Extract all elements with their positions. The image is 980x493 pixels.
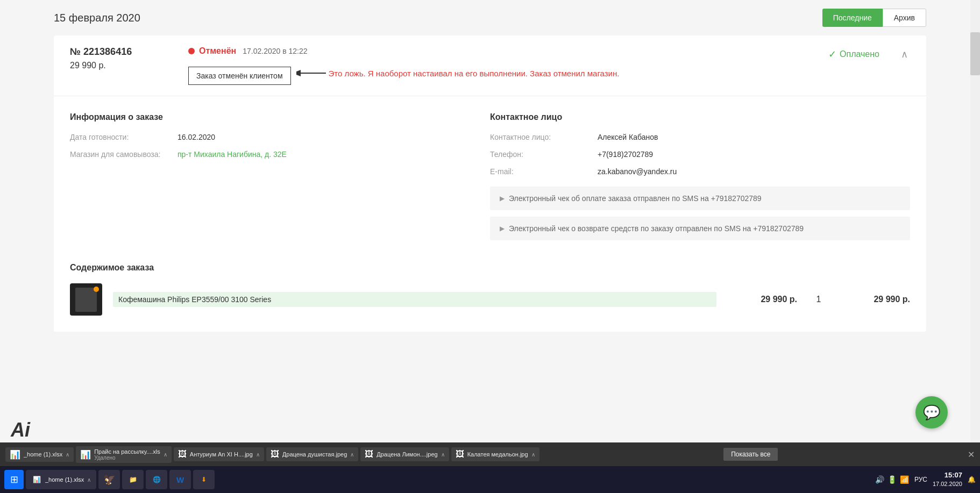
taskbar-item-2[interactable]: 🦅 [98, 470, 120, 489]
taskbar-item-1[interactable]: 📊 _home (1).xlsx ∧ [26, 470, 96, 489]
taskbar-time-main: 15:07 [933, 471, 962, 480]
taskbar-item-4[interactable]: 🌐 [146, 470, 167, 489]
collapse-button[interactable]: ∧ [899, 46, 910, 62]
receipt-text-1: Электронный чек об оплате заказа отправл… [509, 194, 762, 203]
product-qty: 1 [808, 295, 829, 304]
dl-item-info-4: Драцена душистая.jpeg [282, 451, 347, 458]
taskbar-word-icon: W [175, 474, 186, 485]
dl-item-name-4: Драцена душистая.jpeg [282, 451, 347, 458]
paid-block: ✓ Оплачено [828, 48, 879, 60]
status-text: Отменён [199, 46, 236, 56]
arrow-icon [296, 67, 329, 80]
taskbar-item-5[interactable]: W [169, 470, 191, 489]
volume-icon: 🔋 [887, 475, 897, 484]
info-value-store[interactable]: пр-т Михаила Нагибина, д. 32Е [177, 150, 287, 159]
top-bar: 15 февраля 2020 Последние Архив [0, 0, 980, 35]
info-section-title: Информация о заказе [70, 112, 490, 122]
order-card: № 221386416 29 990 р. Отменён 17.02.2020… [54, 35, 926, 332]
dl-jpg-icon-6: 🖼 [456, 449, 464, 459]
dl-item-4[interactable]: 🖼 Драцена душистая.jpeg ∧ [266, 447, 358, 461]
start-icon: ⊞ [10, 474, 18, 485]
taskbar-start-button[interactable]: ⊞ [4, 470, 24, 489]
contact-row-email: E-mail: za.kabanov@yandex.ru [490, 167, 910, 176]
order-body: Информация о заказе Дата готовности: 16.… [54, 96, 926, 263]
info-row-store: Магазин для самовывоза: пр-т Михаила Наг… [70, 150, 490, 159]
dl-item-3[interactable]: 🖼 Антуриум An XI H....jpg ∧ [174, 447, 264, 461]
close-download-bar-button[interactable]: ✕ [968, 449, 975, 460]
dl-xlsx-icon-1: 📊 [10, 449, 20, 460]
dl-item-name-1: _home (1).xlsx [24, 451, 62, 458]
taskbar-clock: 15:07 17.02.2020 [933, 471, 962, 488]
product-total: 29 990 р. [840, 295, 910, 304]
contact-value-name: Алексей Кабанов [598, 133, 658, 141]
dl-item-info-5: Драцена Лимон....jpeg [377, 451, 437, 458]
taskbar-bird-icon: 🦅 [104, 474, 115, 485]
info-row-date: Дата готовности: 16.02.2020 [70, 133, 490, 141]
show-all-downloads-button[interactable]: Показать все [723, 448, 778, 461]
dl-chevron-5[interactable]: ∧ [441, 452, 445, 458]
contents-title: Содержимое заказа [70, 263, 910, 273]
taskbar-item-3[interactable]: 📁 [122, 470, 144, 489]
dl-chevron-1[interactable]: ∧ [66, 452, 69, 458]
dl-item-name-5: Драцена Лимон....jpeg [377, 451, 437, 458]
top-buttons: Последние Архив [822, 9, 926, 27]
contact-row-name: Контактное лицо: Алексей Кабанов [490, 133, 910, 141]
scrollbar-thumb[interactable] [970, 32, 980, 75]
dl-item-2[interactable]: 📊 Прайс на рассылку....xls Удалено ∧ [76, 446, 172, 463]
receipt-arrow-icon-1: ▶ [500, 195, 505, 202]
product-image [70, 283, 102, 316]
dl-chevron-2[interactable]: ∧ [164, 452, 167, 458]
order-number: № 221386416 [70, 46, 177, 58]
page-wrapper: 15 февраля 2020 Последние Архив № 221386… [0, 0, 980, 493]
receipt-item-2[interactable]: ▶ Электронный чек о возврате средств по … [490, 217, 910, 240]
contact-label-email: E-mail: [490, 167, 598, 176]
product-orange-dot [94, 287, 99, 292]
info-value-date: 16.02.2020 [177, 133, 215, 141]
scrollbar-area [970, 0, 980, 493]
taskbar-language[interactable]: РУС [914, 476, 927, 483]
chat-icon: 💬 [923, 404, 940, 421]
dl-chevron-3[interactable]: ∧ [256, 452, 260, 458]
order-header: № 221386416 29 990 р. Отменён 17.02.2020… [54, 35, 926, 96]
product-image-inner [75, 288, 97, 312]
contact-label-name: Контактное лицо: [490, 133, 598, 141]
dl-item-6[interactable]: 🖼 Калатея медальон.jpg ∧ [451, 447, 539, 461]
dl-jpg-icon-5: 🖼 [365, 449, 373, 459]
product-name: Кофемашина Philips EP3559/00 3100 Series [113, 292, 716, 307]
taskbar-time-date: 17.02.2020 [933, 480, 962, 488]
ai-logo: Ai [11, 419, 30, 441]
taskbar-system-icons: 🔊 🔋 📶 [875, 475, 909, 484]
dl-chevron-6[interactable]: ∧ [531, 452, 535, 458]
order-price: 29 990 р. [70, 61, 177, 70]
annotation-block: Это ложь. Я наоборот настаивал на его вы… [296, 67, 620, 80]
taskbar-item-label-1: _home (1).xlsx [45, 476, 84, 483]
notification-icon[interactable]: 🔔 [968, 476, 976, 483]
taskbar-right: 🔊 🔋 📶 РУС 15:07 17.02.2020 🔔 [875, 471, 976, 488]
order-number-block: № 221386416 29 990 р. [70, 46, 177, 70]
btn-archive[interactable]: Архив [883, 9, 926, 27]
dl-item-5[interactable]: 🖼 Драцена Лимон....jpeg ∧ [360, 447, 449, 461]
taskbar-browser-icon: 🌐 [151, 474, 162, 485]
dl-item-info-3: Антуриум An XI H....jpg [190, 451, 253, 458]
dl-chevron-4[interactable]: ∧ [350, 452, 354, 458]
paid-text: Оплачено [840, 49, 879, 59]
dl-xlsx-icon-2: 📊 [80, 449, 91, 460]
receipt-item-1[interactable]: ▶ Электронный чек об оплате заказа отпра… [490, 187, 910, 210]
contact-row-phone: Телефон: +7(918)2702789 [490, 150, 910, 159]
receipt-arrow-icon-2: ▶ [500, 225, 505, 232]
btn-last[interactable]: Последние [822, 9, 883, 27]
order-info-section: Информация о заказе Дата готовности: 16.… [70, 112, 490, 247]
receipt-text-2: Электронный чек о возврате средств по за… [509, 224, 804, 233]
dl-item-info-2: Прайс на рассылку....xls Удалено [94, 448, 160, 461]
paid-check-icon: ✓ [828, 48, 836, 60]
chat-button[interactable]: 💬 [915, 396, 948, 428]
dl-jpg-icon-4: 🖼 [271, 449, 279, 459]
taskbar-chevron-1[interactable]: ∧ [87, 477, 91, 483]
taskbar-item-6[interactable]: ⬇ [193, 470, 215, 489]
contact-label-phone: Телефон: [490, 150, 598, 159]
order-status-block: Отменён 17.02.2020 в 12:22 Заказ отменён… [188, 46, 619, 85]
dl-item-info-6: Калатея медальон.jpg [467, 451, 528, 458]
battery-icon: 📶 [900, 475, 909, 484]
dl-item-sub-2: Удалено [94, 455, 160, 461]
dl-item-1[interactable]: 📊 _home (1).xlsx ∧ [5, 447, 74, 462]
